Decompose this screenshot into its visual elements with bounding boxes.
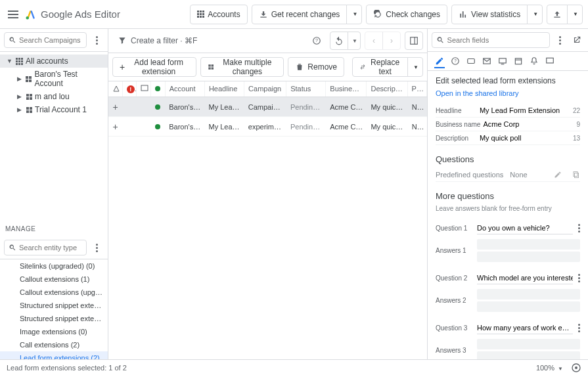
question-2-input[interactable] <box>477 272 573 284</box>
entity-item[interactable]: Structured snippet extensions (up... <box>0 312 108 325</box>
entity-item[interactable]: Image extensions (0) <box>0 325 108 338</box>
business-name-field[interactable]: Business name 9 <box>436 118 580 131</box>
tab-edit[interactable] <box>434 58 445 68</box>
zoom-control[interactable]: 100% ▼ <box>536 364 563 372</box>
undo-dropdown[interactable]: ▼ <box>348 32 361 50</box>
account-col-header[interactable]: Account <box>166 81 205 97</box>
copy-icon[interactable] <box>572 171 580 179</box>
account-node[interactable]: ▶m and lou <box>0 90 108 103</box>
status-text-col-header[interactable]: Status <box>286 81 326 97</box>
table-row[interactable]: + Baron's Test A... My Lead Form ... Cam… <box>108 97 427 117</box>
expand-row-button[interactable]: + <box>108 102 122 112</box>
accounts-button[interactable]: Accounts <box>190 5 247 24</box>
pencil-icon[interactable] <box>554 171 562 179</box>
replace-text-button[interactable]: Replace text <box>352 57 408 77</box>
svg-rect-15 <box>575 173 579 178</box>
grid-icon <box>16 58 23 65</box>
answer-input[interactable] <box>477 252 580 262</box>
popout-button[interactable] <box>570 32 584 49</box>
fields-search-input[interactable] <box>447 36 545 44</box>
all-accounts-node[interactable]: ▼ All accounts <box>0 55 108 68</box>
predefined-col-header[interactable]: Pre... <box>408 81 427 97</box>
business-col-header[interactable]: Business name <box>326 81 367 97</box>
bell-icon <box>530 56 539 66</box>
make-multiple-changes-button[interactable]: Make multiple changes <box>200 57 284 77</box>
get-recent-changes-button[interactable]: Get recent changes <box>252 5 348 24</box>
post-button[interactable] <box>547 5 568 24</box>
filter-box[interactable]: Create a filter · ⌘F <box>112 33 304 49</box>
tab-comment[interactable] <box>545 56 555 66</box>
answer-input[interactable] <box>477 289 580 299</box>
tab-schedule[interactable] <box>513 56 524 66</box>
business-name-input[interactable] <box>483 120 574 128</box>
headline-field[interactable]: Headline 22 <box>436 104 580 118</box>
refresh-icon <box>373 10 382 19</box>
entity-item[interactable]: Call extensions (2) <box>0 338 108 351</box>
answer-input[interactable] <box>477 239 580 250</box>
check-changes-button[interactable]: Check changes <box>366 5 447 24</box>
tab-notification[interactable] <box>529 56 539 66</box>
question-more-button[interactable] <box>578 224 580 232</box>
error-col-header[interactable]: ! <box>123 81 137 97</box>
tab-help[interactable]: ? <box>450 56 461 66</box>
account-node[interactable]: ▶Baron's Test Account <box>0 68 108 90</box>
get-recent-changes-dropdown[interactable]: ▼ <box>346 5 362 24</box>
entity-item[interactable]: Callout extensions (1) <box>0 273 108 286</box>
device-icon <box>498 56 507 66</box>
delta-col-header[interactable] <box>108 81 123 97</box>
headline-col-header[interactable]: Headline <box>205 81 244 97</box>
entity-item[interactable]: Callout extensions (upgraded) (0) <box>0 286 108 299</box>
app-logo: Google Ads Editor <box>25 9 120 20</box>
description-input[interactable] <box>480 134 570 142</box>
expand-row-button[interactable]: + <box>108 121 122 132</box>
entity-item[interactable]: Structured snippet extensions (1) <box>0 299 108 312</box>
tab-device[interactable] <box>497 56 508 66</box>
entity-search[interactable] <box>4 240 87 255</box>
table-row[interactable]: + Baron's Test A... My Lead Form ... exp… <box>108 117 427 137</box>
answer-input[interactable] <box>477 301 580 312</box>
entity-search-input[interactable] <box>19 244 82 252</box>
undo-button[interactable] <box>330 32 348 50</box>
question-more-button[interactable] <box>578 324 580 332</box>
layout-icon <box>409 36 418 45</box>
fields-more-button[interactable] <box>553 32 567 49</box>
campaign-search-input[interactable] <box>19 36 82 44</box>
open-library-link[interactable]: Open in the shared library <box>436 89 580 97</box>
campaign-col-header[interactable]: Campaign <box>244 81 286 97</box>
question-more-button[interactable] <box>578 274 580 282</box>
account-node[interactable]: ▶Trial Account 1 <box>0 103 108 116</box>
panel-layout-button[interactable] <box>405 32 423 50</box>
pencil-icon <box>435 56 444 66</box>
fields-search[interactable] <box>432 32 550 48</box>
headline-input[interactable] <box>480 106 570 114</box>
answer-input[interactable] <box>477 351 580 359</box>
view-statistics-dropdown[interactable]: ▼ <box>527 5 543 24</box>
add-lead-form-button[interactable]: +Add lead form extension <box>112 57 196 77</box>
answer-input[interactable] <box>477 339 580 349</box>
app-header: Google Ads Editor Accounts Get recent ch… <box>0 0 588 29</box>
svg-rect-14 <box>547 58 554 63</box>
remove-button[interactable]: Remove <box>288 57 344 77</box>
checkbox-col-header[interactable] <box>137 81 151 97</box>
help-icon: ? <box>312 36 321 45</box>
detail-tabs: ? <box>428 52 588 71</box>
entity-search-more[interactable] <box>89 239 104 256</box>
description-col-header[interactable]: Description <box>367 81 407 97</box>
entity-item[interactable]: Sitelinks (upgraded) (0) <box>0 259 108 273</box>
replace-text-dropdown[interactable]: ▼ <box>407 57 423 77</box>
entity-item-lead-form[interactable]: Lead form extensions (2) <box>0 351 108 359</box>
campaign-search[interactable] <box>4 32 87 48</box>
post-dropdown[interactable]: ▼ <box>567 5 583 24</box>
collapse-icon: ▼ <box>7 58 13 64</box>
campaign-search-more[interactable] <box>89 32 104 49</box>
view-statistics-button[interactable]: View statistics <box>451 5 528 24</box>
description-field[interactable]: Description 13 <box>436 131 580 145</box>
tab-url[interactable] <box>466 56 476 66</box>
status-col-header[interactable] <box>151 81 166 97</box>
question-1-input[interactable] <box>477 222 573 234</box>
menu-button[interactable] <box>5 7 21 22</box>
feedback-icon[interactable] <box>571 363 581 373</box>
tab-mail[interactable] <box>482 56 492 66</box>
help-button[interactable]: ? <box>307 32 326 50</box>
question-3-input[interactable] <box>477 322 573 334</box>
